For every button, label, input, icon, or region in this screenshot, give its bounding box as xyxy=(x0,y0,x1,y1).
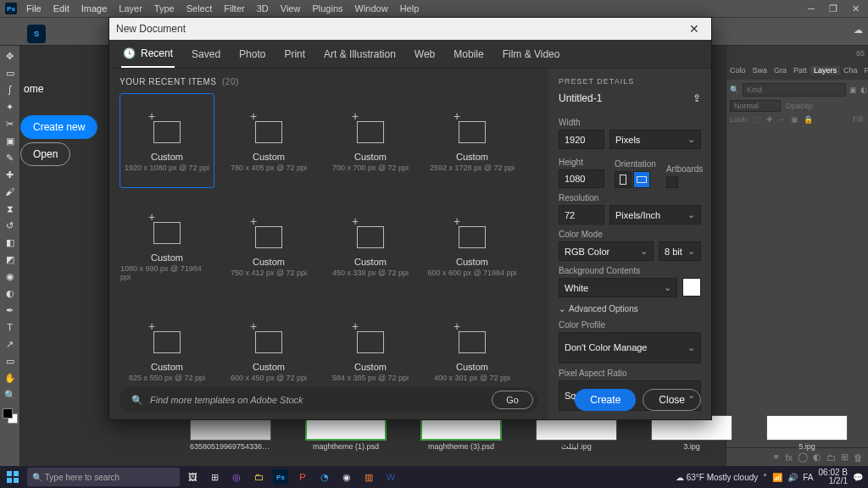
save-preset-icon[interactable]: ⇪ xyxy=(693,92,701,104)
preset-name-field[interactable]: Untitled-1 xyxy=(559,92,602,104)
close-button[interactable]: Close xyxy=(643,389,701,411)
dodge-tool-icon[interactable]: ◐ xyxy=(1,285,19,302)
panel-tab-gradients[interactable]: Gra xyxy=(771,66,790,75)
preset-tile[interactable]: + Custom 700 x 700 px @ 72 ppi xyxy=(323,93,418,188)
color-profile-select[interactable]: Don't Color Manage⌄ xyxy=(559,332,701,363)
tab-web[interactable]: Web xyxy=(413,42,437,67)
tab-mobile[interactable]: Mobile xyxy=(452,42,485,67)
background-select[interactable]: White⌄ xyxy=(559,278,677,297)
hand-tool-icon[interactable]: ✋ xyxy=(1,369,19,386)
stock-search-placeholder[interactable]: Find more templates on Adobe Stock xyxy=(150,395,485,405)
dialog-close-icon[interactable]: ✕ xyxy=(684,22,704,36)
background-color-swatch[interactable] xyxy=(682,278,701,297)
network-icon[interactable]: 📶 xyxy=(772,473,782,482)
advanced-options-toggle[interactable]: ⌄Advanced Options xyxy=(559,304,701,313)
tab-print[interactable]: Print xyxy=(282,42,307,67)
notifications-icon[interactable]: 💬 xyxy=(853,473,863,482)
task-view-icon[interactable]: ⊞ xyxy=(203,466,225,488)
panel-tab-channels[interactable]: Cha xyxy=(840,66,861,75)
frame-tool-icon[interactable]: ▣ xyxy=(1,132,19,149)
photoshop-taskbar-icon[interactable]: Ps xyxy=(270,466,292,488)
menu-plugins[interactable]: Plugins xyxy=(306,3,348,14)
menu-select[interactable]: Select xyxy=(181,3,219,14)
artboards-checkbox[interactable] xyxy=(666,176,678,188)
stamp-tool-icon[interactable]: ⧗ xyxy=(1,200,19,217)
eyedropper-tool-icon[interactable]: ✎ xyxy=(1,149,19,166)
tab-photo[interactable]: Photo xyxy=(237,42,267,67)
window-minimize-icon[interactable]: ─ xyxy=(800,0,822,17)
preset-tile[interactable]: + Custom 750 x 412 px @ 72 ppi xyxy=(221,198,316,293)
menu-layer[interactable]: Layer xyxy=(113,3,148,14)
preset-tile[interactable]: + Custom 584 x 385 px @ 72 ppi xyxy=(323,303,418,398)
word-icon[interactable]: W xyxy=(380,466,402,488)
resolution-input[interactable] xyxy=(559,205,604,225)
menu-help[interactable]: Help xyxy=(394,3,426,14)
recent-file[interactable]: لیثلث.ipg xyxy=(536,415,617,458)
height-input[interactable] xyxy=(559,169,604,188)
history-brush-tool-icon[interactable]: ↺ xyxy=(1,217,19,234)
preset-tile[interactable]: + Custom 450 x 338 px @ 72 ppi xyxy=(323,198,418,293)
menu-edit[interactable]: Edit xyxy=(47,3,75,14)
lock-position-icon[interactable]: ✚ xyxy=(766,115,773,124)
menu-file[interactable]: File xyxy=(20,3,47,14)
create-new-button[interactable]: Create new xyxy=(20,115,97,139)
tray-chevron-icon[interactable]: ˄ xyxy=(763,473,767,482)
blur-tool-icon[interactable]: ◉ xyxy=(1,268,19,285)
menu-filter[interactable]: Filter xyxy=(218,3,250,14)
width-unit-select[interactable]: Pixels⌄ xyxy=(609,130,701,149)
create-button[interactable]: Create xyxy=(575,389,636,411)
preset-tile[interactable]: + Custom 600 x 450 px @ 72 ppi xyxy=(221,303,316,398)
menu-view[interactable]: View xyxy=(275,3,307,14)
panel-tab-layers[interactable]: Layers xyxy=(810,66,840,75)
recent-file[interactable]: 63580519969754336.ipg xyxy=(190,415,271,458)
menu-3d[interactable]: 3D xyxy=(251,3,275,14)
preset-tile[interactable]: + Custom 400 x 301 px @ 72 ppi xyxy=(425,303,520,398)
orientation-landscape-button[interactable] xyxy=(633,171,650,188)
shape-tool-icon[interactable]: ▭ xyxy=(1,352,19,369)
recent-file[interactable]: maghtheme (1).psd xyxy=(305,415,387,458)
lock-all-icon[interactable]: ⬚ xyxy=(754,115,761,124)
window-close-icon[interactable]: ✕ xyxy=(844,0,866,17)
layer-filter-input[interactable] xyxy=(743,83,846,97)
volume-icon[interactable]: 🔊 xyxy=(787,473,798,482)
gradient-tool-icon[interactable]: ◩ xyxy=(1,251,19,268)
move-tool-icon[interactable]: ✥ xyxy=(1,47,19,64)
heal-tool-icon[interactable]: ✚ xyxy=(1,166,19,183)
taskbar-app-icon[interactable]: P xyxy=(292,466,314,488)
language-indicator[interactable]: FA xyxy=(803,473,813,482)
go-button[interactable]: Go xyxy=(492,391,533,409)
magic-wand-tool-icon[interactable]: ✦ xyxy=(1,98,19,115)
taskbar-app-icon[interactable]: ◎ xyxy=(225,466,248,488)
taskbar-search-input[interactable]: 🔍 Type here to search xyxy=(27,468,180,486)
taskbar-landscape-icon[interactable]: 🖼 xyxy=(181,466,203,488)
resolution-unit-select[interactable]: Pixels/Inch⌄ xyxy=(609,205,701,225)
clock[interactable]: 06:02 B1/2/1 xyxy=(819,469,848,485)
color-swatch[interactable] xyxy=(3,408,18,424)
weather-widget[interactable]: ☁ 63°F Mostly cloudy xyxy=(676,473,758,482)
width-input[interactable] xyxy=(559,130,604,149)
recent-file[interactable]: 3.ipg xyxy=(651,415,732,458)
marquee-tool-icon[interactable]: ▭ xyxy=(1,64,19,81)
color-mode-select[interactable]: RGB Color⌄ xyxy=(559,241,654,261)
preset-tile[interactable]: + Custom 780 x 405 px @ 72 ppi xyxy=(221,93,316,188)
history-tab-icon[interactable]: 85 xyxy=(856,49,865,58)
menu-image[interactable]: Image xyxy=(75,3,114,14)
window-restore-icon[interactable]: ❐ xyxy=(822,0,844,17)
recent-file[interactable]: 5.ipg xyxy=(766,415,848,458)
preset-tile[interactable]: + Custom 825 x 550 px @ 72 ppi xyxy=(120,303,214,398)
menu-window[interactable]: Window xyxy=(349,3,394,14)
color-bits-select[interactable]: 8 bit⌄ xyxy=(659,241,701,261)
tab-saved[interactable]: Saved xyxy=(190,42,222,67)
chrome-icon[interactable]: ◉ xyxy=(336,466,358,488)
preset-tile[interactable]: + Custom 2592 x 1728 px @ 72 ppi xyxy=(425,93,520,188)
panel-tab-patterns[interactable]: Patt xyxy=(790,66,810,75)
dialog-title-bar[interactable]: New Document ✕ xyxy=(109,18,711,40)
preset-tile[interactable]: + Custom 1080 x 990 px @ 71984 ppi xyxy=(120,198,214,293)
menu-type[interactable]: Type xyxy=(148,3,181,14)
taskbar-app-icon[interactable]: ▥ xyxy=(358,466,380,488)
layer-filter-adjust-icon[interactable]: ◐ xyxy=(860,86,867,94)
lock-artboard-icon[interactable]: ▣ xyxy=(791,115,798,124)
delete-layer-icon[interactable]: 🗑 xyxy=(854,452,863,463)
layer-filter-icon[interactable]: 🔍 xyxy=(730,86,739,94)
lock-pixels-icon[interactable]: ↔ xyxy=(778,115,786,124)
